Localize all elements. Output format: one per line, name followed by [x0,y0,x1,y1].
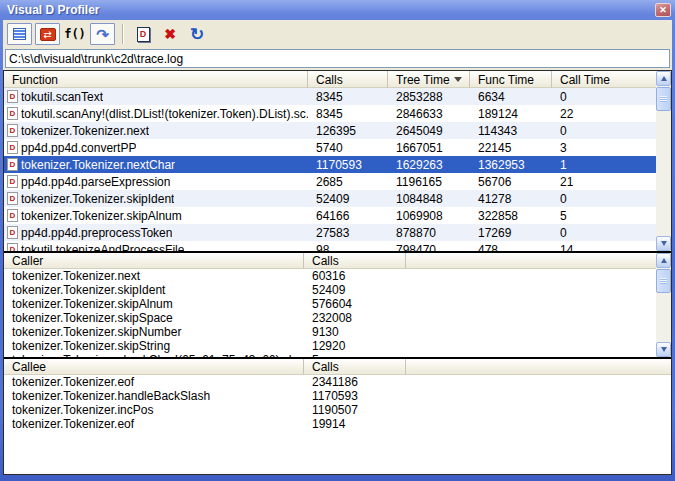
scroll-track[interactable] [656,112,671,236]
jump-to-button[interactable]: ↷ [90,23,115,45]
d-source-file-icon: D [7,141,18,154]
caller-table-row[interactable]: tokenizer.Tokenizer.skipAlnum 576604 [4,297,656,311]
column-header-callee-calls[interactable]: Calls [304,359,406,375]
func-time-value: 22145 [470,141,552,155]
caller-name: tokenizer.Tokenizer.skipNumber [4,325,304,339]
callee-calls-value: 1190507 [304,403,406,417]
column-header-calls[interactable]: Calls [308,71,388,88]
path-row: C:\s\d\visuald\trunk\c2d\trace.log [3,48,672,70]
caller-table-scrollbar[interactable] [656,253,671,357]
callee-table-row[interactable]: tokenizer.Tokenizer.handleBackSlash 1170… [4,389,671,403]
function-table-row[interactable]: D tokutil.tokenizeAndProcessFile 98 7984… [4,241,656,251]
function-table-row[interactable]: D pp4d.pp4d.convertPP 5740 1667051 22145… [4,139,656,156]
function-table-header: Function Calls Tree Time Func Time Call … [4,71,656,88]
sort-descending-icon [454,77,462,82]
clear-button[interactable]: ✖ [158,23,182,45]
function-table-row[interactable]: D pp4d.pp4d.parseExpression 2685 1196165… [4,173,656,190]
caller-calls-value: 232008 [304,311,406,325]
calls-value: 2685 [308,175,388,189]
function-name: tokenizer.Tokenizer.nextChar [21,158,175,172]
scroll-up-button[interactable] [656,71,671,86]
scroll-up-button[interactable] [656,253,671,268]
column-header-call-time[interactable]: Call Time [552,71,656,88]
column-header-tree-time[interactable]: Tree Time [388,71,470,88]
profiler-window: Visual D Profiler ✕ ⇄ f() ↷ D ✖ [0,0,675,481]
callee-table-row[interactable]: tokenizer.Tokenizer.eof 19914 [4,417,671,431]
caller-table-row[interactable]: tokenizer.Tokenizer.skipSpace 232008 [4,311,656,325]
callee-table-body: tokenizer.Tokenizer.eof 2341186 tokenize… [4,375,671,474]
caller-table-row[interactable]: tokenizer.Tokenizer.skipIdent 52409 [4,283,656,297]
function-name: tokenizer.Tokenizer.next [21,124,149,138]
caller-table-row[interactable]: tokenizer.Tokenizer.skipString 12920 [4,339,656,353]
callee-table-row[interactable]: tokenizer.Tokenizer.eof 2341186 [4,375,671,389]
function-table-row[interactable]: D tokenizer.Tokenizer.next 126395 264504… [4,122,656,139]
calls-value: 1170593 [308,158,388,172]
call-time-value: 3 [552,141,656,155]
callee-calls-value: 1170593 [304,389,406,403]
func-time-value: 189124 [470,107,552,121]
d-source-file-icon: D [7,192,18,205]
function-name: tokenizer.Tokenizer.skipAlnum [21,209,182,223]
tree-time-value: 798470 [388,243,470,252]
trace-path-input[interactable]: C:\s\d\visuald\trunk\c2d\trace.log [5,49,670,68]
d-source-file-icon: D [7,124,18,137]
d-source-file-icon: D [7,243,18,251]
function-list-button[interactable] [7,23,32,45]
column-header-callee[interactable]: Callee [4,359,304,375]
callee-calls-value: 2341186 [304,375,406,389]
window-title: Visual D Profiler [7,3,655,17]
calls-value: 64166 [308,209,388,223]
curved-arrow-icon: ↷ [96,27,109,42]
open-trace-button[interactable]: D [131,23,155,45]
callee-panel: Callee Calls tokenizer.Tokenizer.eof 234… [4,359,671,474]
title-bar[interactable]: Visual D Profiler ✕ [0,0,675,20]
scroll-thumb[interactable] [656,269,671,293]
chevron-down-icon [661,347,667,352]
call-time-value: 0 [552,124,656,138]
function-table-row[interactable]: D pp4d.pp4d.preprocessToken 27583 878870… [4,224,656,241]
swap-view-button[interactable]: ⇄ [35,23,60,45]
function-table-row[interactable]: D tokutil.scanText 8345 2853288 6634 0 [4,88,656,105]
caller-table-row[interactable]: tokenizer.Tokenizer.next 60316 [4,269,656,283]
calls-value: 8345 [308,107,388,121]
function-name: tokutil.tokenizeAndProcessFile [21,243,184,252]
function-table-row[interactable]: D tokenizer.Tokenizer.skipIdent 52409 10… [4,190,656,207]
scroll-track[interactable] [656,294,671,342]
calls-value: 52409 [308,192,388,206]
calls-value: 27583 [308,226,388,240]
calls-value: 98 [308,243,388,252]
calls-value: 5740 [308,141,388,155]
func-time-value: 478 [470,243,552,252]
toolbar-separator [122,24,124,44]
scroll-thumb[interactable] [656,87,671,111]
column-header-caller-calls[interactable]: Calls [304,253,406,269]
func-time-value: 114343 [470,124,552,138]
tree-time-value: 1069908 [388,209,470,223]
column-header-caller-filler [406,253,656,269]
caller-panel: Caller Calls tokenizer.Tokenizer.next 60… [4,253,671,357]
column-header-function[interactable]: Function [4,71,308,88]
caller-table-row[interactable]: tokenizer.Tokenizer.skipNumber 9130 [4,325,656,339]
d-source-file-icon: D [7,90,18,103]
list-lines-icon [13,28,26,40]
function-table-row[interactable]: D tokenizer.Tokenizer.nextChar 1170593 1… [4,156,656,173]
function-signature-button[interactable]: f() [63,23,87,45]
tree-time-value: 1196165 [388,175,470,189]
call-time-value: 0 [552,90,656,104]
function-table-row[interactable]: D tokenizer.Tokenizer.skipAlnum 64166 10… [4,207,656,224]
red-x-icon: ✖ [164,27,176,41]
close-button[interactable]: ✕ [655,3,671,17]
call-time-value: 1 [552,158,656,172]
tree-time-value: 1084848 [388,192,470,206]
scroll-down-button[interactable] [656,342,671,357]
d-source-file-icon: D [7,158,18,171]
func-time-value: 1362953 [470,158,552,172]
column-header-func-time[interactable]: Func Time [470,71,552,88]
callee-table-row[interactable]: tokenizer.Tokenizer.incPos 1190507 [4,403,671,417]
column-header-caller[interactable]: Caller [4,253,304,269]
refresh-button[interactable]: ↻ [185,23,209,45]
func-time-value: 6634 [470,90,552,104]
function-table-row[interactable]: D tokutil.scanAny!(dlist.DList!(tokenize… [4,105,656,122]
function-table-scrollbar[interactable] [656,71,671,251]
scroll-down-button[interactable] [656,236,671,251]
